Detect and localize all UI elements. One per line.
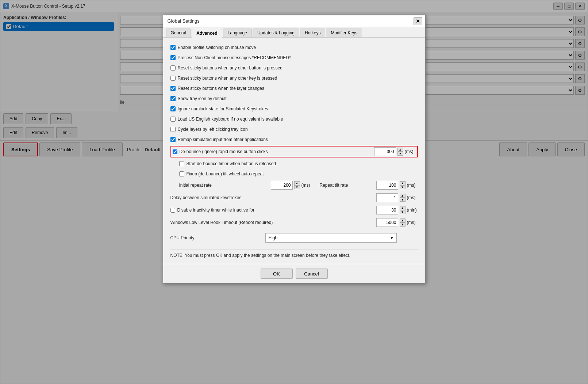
initial-repeat-spinbox-group: ▲ ▼ (ms) (271, 181, 312, 190)
delay-keystrokes-spinbox-group: ▲ ▼ (ms) (376, 193, 418, 202)
repeat-tilt-spin-up[interactable]: ▲ (400, 181, 406, 185)
global-settings-modal: Global Settings ✕ General Advanced Langu… (163, 15, 426, 284)
tab-updates-logging[interactable]: Updates & Logging (253, 28, 299, 37)
delay-keystrokes-spin-buttons: ▲ ▼ (400, 194, 406, 202)
delay-keystrokes-row: Delay between simulated keystrokes ▲ ▼ (… (170, 193, 418, 203)
modal-overlay: Global Settings ✕ General Advanced Langu… (0, 0, 588, 384)
delay-keystrokes-spin-down[interactable]: ▼ (400, 198, 406, 202)
inactivity-spin-down[interactable]: ▼ (400, 210, 406, 214)
debounce-spin-down[interactable]: ▼ (397, 152, 403, 156)
checkbox-label-2: Process Non-Client mouse messages *RECOM… (178, 55, 291, 60)
modal-close-button[interactable]: ✕ (414, 17, 422, 25)
delay-keystrokes-spin-up[interactable]: ▲ (400, 194, 406, 198)
initial-repeat-spinbox[interactable] (271, 181, 293, 190)
inactivity-spin-buttons: ▲ ▼ (400, 206, 406, 214)
cpu-priority-row: CPU Priority Low Below Normal Normal Abo… (170, 233, 418, 243)
modal-footer: OK Cancel (163, 264, 425, 283)
debounce-spin-up[interactable]: ▲ (397, 148, 403, 152)
initial-repeat-spin-buttons: ▲ ▼ (294, 181, 300, 189)
initial-repeat-spin-down[interactable]: ▼ (294, 185, 300, 189)
checkbox-row-9: Cycle layers by left clicking tray icon (170, 125, 418, 133)
hook-timeout-spin-up[interactable]: ▲ (400, 218, 406, 223)
checkbox-row-7: Ignore numlock state for Simulated Keyst… (170, 105, 418, 113)
main-window: X X-Mouse Button Control - Setup v2.17 ─… (0, 0, 588, 384)
repeat-tilt-unit: (ms) (407, 183, 418, 188)
checkbox-label-5: Reset sticky buttons when the layer chan… (178, 86, 264, 91)
checkbox-fixup[interactable] (179, 171, 184, 176)
initial-repeat-unit: (ms) (301, 183, 312, 188)
repeat-tilt-spin-buttons: ▲ ▼ (400, 181, 406, 189)
cpu-priority-label: CPU Priority (170, 235, 265, 240)
tab-language[interactable]: Language (223, 28, 252, 37)
modal-title-bar: Global Settings ✕ (163, 15, 425, 27)
checkbox-debounce[interactable] (173, 149, 177, 154)
modal-tabs: General Advanced Language Updates & Logg… (163, 27, 425, 38)
checkbox-reset-sticky-key[interactable] (170, 76, 176, 81)
checkbox-load-us-keyboard[interactable] (170, 117, 176, 122)
hook-timeout-unit: (ms) (407, 220, 418, 225)
modal-title: Global Settings (168, 18, 200, 24)
hook-timeout-spin-buttons: ▲ ▼ (400, 218, 406, 227)
tab-modifier-keys[interactable]: Modifier Keys (326, 28, 362, 37)
debounce-spinbox-group: ▲ ▼ (ms) (374, 147, 416, 156)
hook-timeout-label: Windows Low Level Hook Timeout (Reboot r… (170, 220, 273, 225)
checkbox-row-8: Load US English keyboard if no equivalen… (170, 115, 418, 123)
note-text: NOTE: You must press OK and apply the se… (170, 250, 418, 258)
hook-timeout-spinbox-group: ▲ ▼ (ms) (376, 218, 418, 227)
cpu-dropdown-wrapper: Low Below Normal Normal Above Normal Hig… (265, 233, 397, 243)
tab-hotkeys[interactable]: Hotkeys (300, 28, 325, 37)
cpu-priority-dropdown[interactable]: Low Below Normal Normal Above Normal Hig… (265, 233, 397, 243)
checkbox-reset-sticky-layer[interactable] (170, 86, 176, 91)
tab-advanced[interactable]: Advanced (192, 29, 222, 38)
initial-repeat-label: Initial repeat rate (170, 183, 265, 188)
checkbox-process-nonclient[interactable] (170, 55, 176, 60)
checkbox-show-tray-icon[interactable] (170, 96, 176, 101)
hook-timeout-spinbox[interactable] (376, 218, 398, 227)
debounce-timer-row: Start de-bounce timer when button is rel… (170, 160, 418, 168)
inactivity-unit: (min) (407, 208, 418, 213)
repeat-tilt-spin-down[interactable]: ▼ (400, 185, 406, 189)
fixup-row: Fixup (de-bounce) tilt wheel auto-repeat (170, 170, 418, 178)
checkbox-inactivity[interactable] (170, 208, 175, 213)
checkbox-row-2: Process Non-Client mouse messages *RECOM… (170, 54, 418, 62)
checkbox-label-1: Enable profile switching on mouse move (178, 45, 256, 50)
checkbox-row-5: Reset sticky buttons when the layer chan… (170, 84, 418, 92)
repeat-rate-row: Initial repeat rate ▲ ▼ (ms) Repeat tilt… (170, 180, 418, 190)
fixup-label: Fixup (de-bounce) tilt wheel auto-repeat (187, 171, 264, 176)
repeat-tilt-spinbox[interactable] (376, 181, 398, 190)
inactivity-row: Disable inactivity timer while inactive … (170, 205, 418, 215)
checkbox-label-6: Show tray icon by default (178, 96, 227, 101)
checkbox-row-6: Show tray icon by default (170, 95, 418, 103)
checkbox-cycle-layers[interactable] (170, 127, 176, 132)
delay-keystrokes-label: Delay between simulated keystrokes (170, 195, 265, 200)
delay-keystrokes-spinbox[interactable] (376, 193, 398, 202)
checkbox-label-7: Ignore numlock state for Simulated Keyst… (178, 106, 268, 111)
inactivity-spin-up[interactable]: ▲ (400, 206, 406, 210)
modal-body: Enable profile switching on mouse move P… (163, 38, 425, 264)
inactivity-spinbox[interactable] (376, 206, 398, 214)
debounce-spinbox[interactable] (374, 147, 396, 156)
debounce-row: De-bounce (ignore) rapid mouse button cl… (170, 146, 418, 157)
checkbox-debounce-timer[interactable] (179, 161, 184, 166)
cancel-button[interactable]: Cancel (296, 269, 328, 279)
ok-button[interactable]: OK (261, 269, 293, 279)
checkbox-label-3: Reset sticky buttons when any other butt… (178, 65, 283, 71)
checkbox-row-4: Reset sticky buttons when any other key … (170, 74, 418, 82)
checkbox-remap-simulated[interactable] (170, 137, 176, 142)
debounce-timer-label: Start de-bounce timer when button is rel… (187, 161, 276, 166)
debounce-unit: (ms) (405, 149, 416, 154)
tab-general[interactable]: General (166, 28, 191, 37)
hook-timeout-row: Windows Low Level Hook Timeout (Reboot r… (170, 217, 418, 228)
checkbox-label-4: Reset sticky buttons when any other key … (178, 76, 277, 81)
inactivity-spinbox-group: ▲ ▼ (min) (376, 206, 418, 214)
initial-repeat-spin-up[interactable]: ▲ (294, 181, 300, 185)
repeat-tilt-spinbox-group: ▲ ▼ (ms) (376, 181, 418, 190)
debounce-label: De-bounce (ignore) rapid mouse button cl… (180, 149, 268, 154)
debounce-spin-buttons: ▲ ▼ (397, 148, 403, 156)
checkbox-row-10: Remap simulated input from other applica… (170, 136, 418, 144)
delay-keystrokes-unit: (ms) (407, 195, 418, 200)
checkbox-reset-sticky-button[interactable] (170, 65, 176, 71)
hook-timeout-spin-down[interactable]: ▼ (400, 223, 406, 227)
checkbox-enable-profile-switching[interactable] (170, 45, 176, 50)
checkbox-ignore-numlock[interactable] (170, 106, 176, 111)
